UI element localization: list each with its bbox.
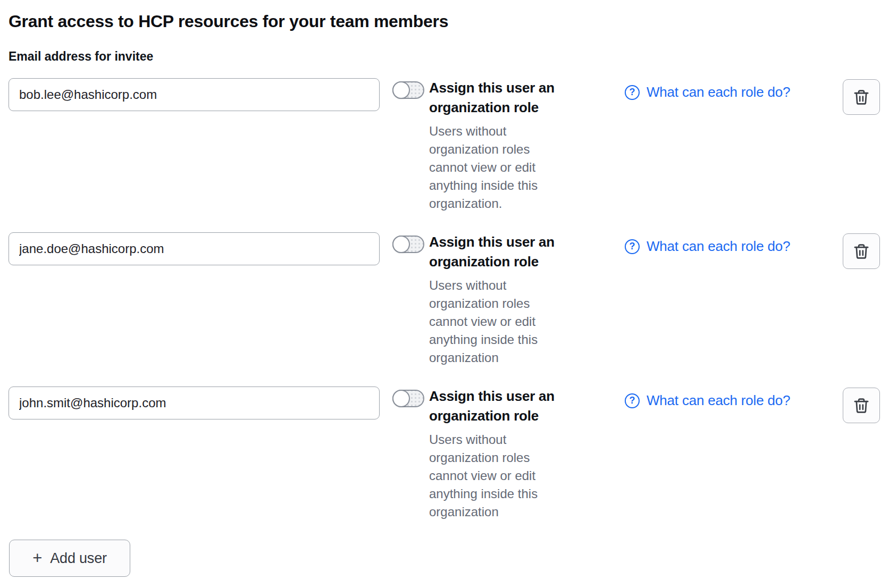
email-input[interactable] — [9, 78, 380, 111]
role-helper-text: Users without organization roles cannot … — [429, 276, 572, 367]
toggle-knob-icon — [392, 390, 410, 407]
role-helper-text: Users without organization roles cannot … — [429, 122, 572, 213]
help-icon: ? — [625, 85, 640, 100]
role-info-link-label: What can each role do? — [647, 84, 790, 100]
add-user-button-label: Add user — [50, 550, 106, 567]
role-info-link-label: What can each role do? — [647, 392, 790, 409]
role-toggle-label: Assign this user an organization role — [429, 387, 572, 426]
role-info-link[interactable]: ? What can each role do? — [625, 84, 790, 100]
role-helper-text: Users without organization roles cannot … — [429, 431, 572, 521]
trash-icon — [852, 88, 870, 106]
toggle-knob-icon — [392, 81, 410, 99]
role-info-link-label: What can each role do? — [647, 238, 790, 255]
delete-row-button[interactable] — [843, 79, 880, 115]
page-title: Grant access to HCP resources for your t… — [9, 11, 880, 32]
org-role-toggle[interactable] — [392, 236, 424, 253]
delete-row-button[interactable] — [843, 388, 880, 423]
toggle-knob-icon — [392, 236, 410, 253]
role-toggle-label: Assign this user an organization role — [429, 78, 572, 117]
invite-users-form: Grant access to HCP resources for your t… — [0, 0, 889, 577]
role-toggle-label: Assign this user an organization role — [429, 232, 572, 272]
role-description: Assign this user an organization role Us… — [429, 78, 572, 213]
help-icon: ? — [625, 239, 640, 254]
email-address-label: Email address for invitee — [9, 49, 880, 64]
help-icon: ? — [625, 393, 640, 408]
trash-icon — [852, 242, 870, 261]
role-info-link[interactable]: ? What can each role do? — [625, 392, 790, 409]
invite-row: Assign this user an organization role Us… — [9, 232, 880, 367]
add-user-button[interactable]: + Add user — [9, 540, 130, 577]
invite-row: Assign this user an organization role Us… — [9, 78, 880, 213]
role-info-link[interactable]: ? What can each role do? — [625, 238, 790, 255]
org-role-toggle[interactable] — [392, 81, 424, 99]
role-description: Assign this user an organization role Us… — [429, 387, 572, 521]
org-role-toggle[interactable] — [392, 390, 424, 407]
delete-row-button[interactable] — [843, 233, 880, 269]
plus-icon: + — [32, 550, 42, 566]
role-description: Assign this user an organization role Us… — [429, 232, 572, 367]
trash-icon — [852, 397, 870, 415]
invite-row: Assign this user an organization role Us… — [9, 387, 880, 521]
email-input[interactable] — [9, 232, 380, 265]
email-input[interactable] — [9, 387, 380, 419]
